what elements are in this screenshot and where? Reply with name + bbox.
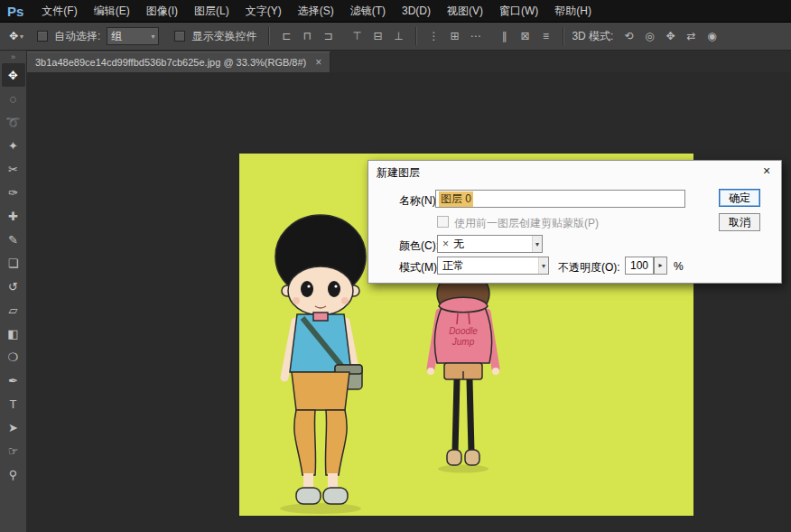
tool-spot-healing-brush[interactable]: ✚ [2,204,25,228]
tool-path-selection[interactable]: ➤ [2,415,25,439]
tab-close-icon[interactable]: × [315,57,321,68]
new-layer-dialog: 新建图层 × 名称(N): 图层 0 确定 使用前一图层创建剪贴蒙版(P) 取消… [368,160,782,284]
opacity-input[interactable]: 100 [625,257,654,275]
align-bottom-edges-icon[interactable]: ⊥ [389,27,407,45]
divider [415,27,416,45]
toolbar-collapse-button[interactable]: » [11,51,15,63]
3d-scale-icon[interactable]: ◉ [703,27,721,45]
tool-blur[interactable]: ❍ [2,345,25,369]
menu-select[interactable]: 选择(S) [290,0,342,23]
distribute-vertical-centers-icon[interactable]: ⊞ [445,27,463,45]
auto-select-target-dropdown[interactable]: 组 ▾ [107,27,159,45]
3d-slide-icon[interactable]: ⇄ [682,27,700,45]
tool-brush[interactable]: ✎ [2,228,25,251]
type-tool-icon: T [10,397,17,411]
auto-select-target-value: 组 [111,29,122,44]
marquee-tool-icon: ◌ [10,92,17,106]
boy-figure [275,215,366,504]
menu-window[interactable]: 窗口(W) [491,0,546,23]
color-dropdown[interactable]: × 无 ▾ [437,235,543,253]
tool-clone-stamp[interactable]: ❏ [2,251,25,275]
distribute-bottom-edges-icon[interactable]: ⋯ [466,27,484,45]
chevron-down-icon: ▾ [20,33,23,41]
opacity-slider-arrow-icon[interactable]: ▸ [654,257,667,275]
document-tab[interactable]: 3b1a48e89ce14cd99ffbd536b7cb625e.jpg @ 3… [27,51,330,72]
tool-preset-picker[interactable]: ✥ ▾ [5,30,27,42]
tool-type[interactable]: T [2,392,25,415]
menu-file[interactable]: 文件(F) [33,0,85,23]
zoom-tool-icon: ⚲ [9,468,18,481]
auto-select-checkbox[interactable] [37,31,48,42]
tool-gradient[interactable]: ◧ [2,322,25,345]
tool-quick-selection[interactable]: ✦ [2,134,25,157]
3d-drag-icon[interactable]: ✥ [661,27,679,45]
clipping-mask-checkbox[interactable] [437,216,449,228]
tool-crop[interactable]: ✂ [2,157,25,181]
dialog-title: 新建图层 [377,165,420,181]
history-brush-tool-icon: ↺ [8,280,18,294]
tool-history-brush[interactable]: ↺ [2,275,25,298]
tool-marquee[interactable]: ◌ [2,87,25,110]
eraser-tool-icon: ▱ [9,303,18,317]
menu-help[interactable]: 帮助(H) [546,0,600,23]
gradient-tool-icon: ◧ [7,327,18,341]
divider [563,27,563,45]
dialog-close-icon[interactable]: × [760,163,773,178]
chevron-down-icon: ▾ [538,257,548,274]
clipping-mask-label: 使用前一图层创建剪贴蒙版(P) [454,216,599,231]
brush-tool-icon: ✎ [8,233,18,247]
name-label: 名称(N): [399,193,439,209]
mode-dropdown[interactable]: 正常 ▾ [437,257,549,275]
3d-roll-icon[interactable]: ◎ [640,27,658,45]
ok-button[interactable]: 确定 [719,189,760,207]
tool-eyedropper[interactable]: ✑ [2,181,25,204]
name-input-value: 图层 0 [439,191,473,207]
girl-figure: Doodle Jump [427,271,499,465]
crop-tool-icon: ✂ [8,163,18,176]
show-transform-controls-checkbox[interactable] [174,31,185,42]
clone-stamp-tool-icon: ❏ [8,257,19,270]
move-tool-icon: ✥ [8,69,18,82]
tool-zoom[interactable]: ⚲ [2,462,25,486]
menu-3d[interactable]: 3D(D) [394,0,439,23]
menu-layer[interactable]: 图层(L) [186,0,237,23]
distribute-top-edges-icon[interactable]: ⋮ [424,27,442,45]
menu-image[interactable]: 图像(I) [138,0,186,23]
path-selection-tool-icon: ➤ [8,421,18,434]
menu-type[interactable]: 文字(Y) [237,0,290,23]
tool-lasso[interactable]: ➰ [2,110,25,134]
menu-bar: Ps 文件(F) 编辑(E) 图像(I) 图层(L) 文字(Y) 选择(S) 滤… [0,0,791,23]
menu-edit[interactable]: 编辑(E) [86,0,138,23]
align-right-edges-icon[interactable]: ⊐ [319,27,337,45]
distribute-left-edges-icon[interactable]: ∥ [495,27,513,45]
tool-palette: » ✥ ◌ ➰ ✦ ✂ ✑ ✚ ✎ ❏ ↺ ▱ ◧ ❍ ✒ T ➤ ☞ ⚲ [0,51,27,532]
distribute-right-edges-icon[interactable]: ≡ [536,27,554,45]
blur-tool-icon: ❍ [8,350,19,364]
align-top-edges-icon[interactable]: ⊤ [348,27,366,45]
chevron-down-icon: ▾ [532,236,542,252]
canvas-area: Doodle Jump 新建图层 [27,72,791,532]
tool-hand[interactable]: ☞ [2,439,25,462]
distribute-horizontal-centers-icon[interactable]: ⊠ [516,27,534,45]
cancel-button[interactable]: 取消 [719,213,760,231]
align-vertical-centers-icon[interactable]: ⊟ [368,27,386,45]
tool-eraser[interactable]: ▱ [2,298,25,322]
align-horizontal-centers-icon[interactable]: ⊓ [298,27,316,45]
hoodie-text-line1: Doodle [449,326,478,336]
show-transform-controls-label: 显示变换控件 [191,29,256,44]
mode-label: 模式(M): [399,260,440,275]
menu-view[interactable]: 视图(V) [439,0,491,23]
tool-pen[interactable]: ✒ [2,369,25,392]
mode-dropdown-value: 正常 [442,258,464,274]
hoodie-text-line2: Jump [451,337,475,347]
align-left-edges-icon[interactable]: ⊏ [277,27,295,45]
move-tool-icon: ✥ [9,30,18,42]
divider [268,27,269,45]
3d-rotate-icon[interactable]: ⟲ [619,27,637,45]
hand-tool-icon: ☞ [8,444,19,458]
name-input[interactable]: 图层 0 [435,190,685,208]
tool-move[interactable]: ✥ [2,63,25,87]
options-bar: ✥ ▾ 自动选择: 组 ▾ 显示变换控件 ⊏ ⊓ ⊐ ⊤ ⊟ ⊥ ⋮ ⊞ ⋯ ∥… [0,23,791,51]
menu-filter[interactable]: 滤镜(T) [342,0,394,23]
photoshop-logo: Ps [0,4,33,19]
